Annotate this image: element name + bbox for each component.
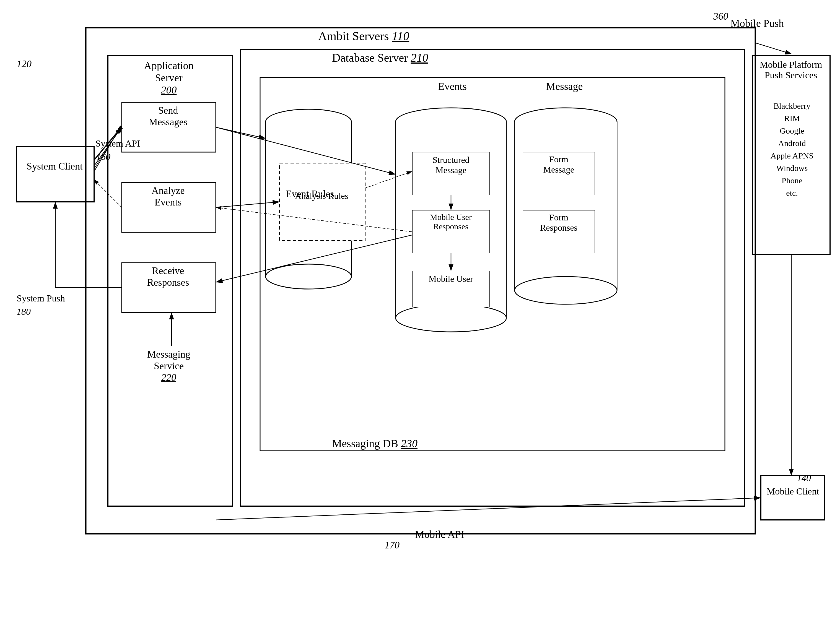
system-push-label: System Push bbox=[16, 293, 65, 304]
ambit-servers-label: Ambit Servers 110 bbox=[318, 29, 409, 43]
mobile-client-label: Mobile Client bbox=[763, 486, 824, 497]
system-push-num: 180 bbox=[16, 306, 31, 317]
svg-point-25 bbox=[396, 304, 506, 332]
mobile-user-responses-label: Mobile UserResponses bbox=[413, 213, 489, 231]
mobile-push-label: Mobile Push bbox=[731, 17, 784, 29]
mobile-api-label: Mobile API bbox=[415, 528, 464, 540]
svg-rect-29 bbox=[515, 122, 617, 290]
svg-rect-36 bbox=[280, 163, 365, 241]
analysis-rules-label: Analysis Rules bbox=[281, 191, 362, 201]
svg-rect-14 bbox=[761, 476, 825, 520]
mobile-push-num: 360 bbox=[713, 10, 728, 22]
send-messages-label: SendMessages bbox=[123, 105, 213, 128]
message-col-label: Message bbox=[518, 80, 611, 92]
system-api-num: 160 bbox=[96, 152, 110, 162]
receive-responses-label: ReceiveResponses bbox=[123, 265, 213, 288]
mobile-user-label: Mobile User bbox=[413, 274, 489, 284]
diagram: Ambit Servers 110 ApplicationServer 200 … bbox=[0, 0, 840, 617]
structured-message-label: StructuredMessage bbox=[414, 155, 488, 175]
app-server-label: ApplicationServer 200 bbox=[109, 59, 228, 96]
system-api-label: System API bbox=[95, 138, 140, 149]
events-label: Events bbox=[407, 80, 498, 92]
form-responses-label: FormResponses bbox=[524, 213, 594, 233]
mobile-client-num: 140 bbox=[797, 473, 811, 483]
system-client-num: 120 bbox=[16, 58, 31, 70]
mobile-platform-services: BlackberryRIMGoogleAndroidApple APNSWind… bbox=[755, 100, 829, 199]
svg-point-20 bbox=[266, 264, 351, 289]
svg-rect-13 bbox=[16, 146, 94, 202]
messaging-service-label: MessagingService 220 bbox=[109, 348, 228, 383]
messaging-db-label: Messaging DB 230 bbox=[332, 437, 417, 450]
mobile-platform-label: Mobile PlatformPush Services bbox=[754, 59, 828, 80]
svg-point-30 bbox=[515, 276, 617, 304]
form-message-label: FormMessage bbox=[524, 154, 594, 175]
analyze-events-label: AnalyzeEvents bbox=[123, 185, 213, 208]
system-client-label: System Client bbox=[18, 160, 91, 172]
db-server-label: Database Server 210 bbox=[332, 51, 428, 65]
svg-line-43 bbox=[94, 127, 120, 171]
mobile-api-num: 170 bbox=[385, 539, 399, 551]
